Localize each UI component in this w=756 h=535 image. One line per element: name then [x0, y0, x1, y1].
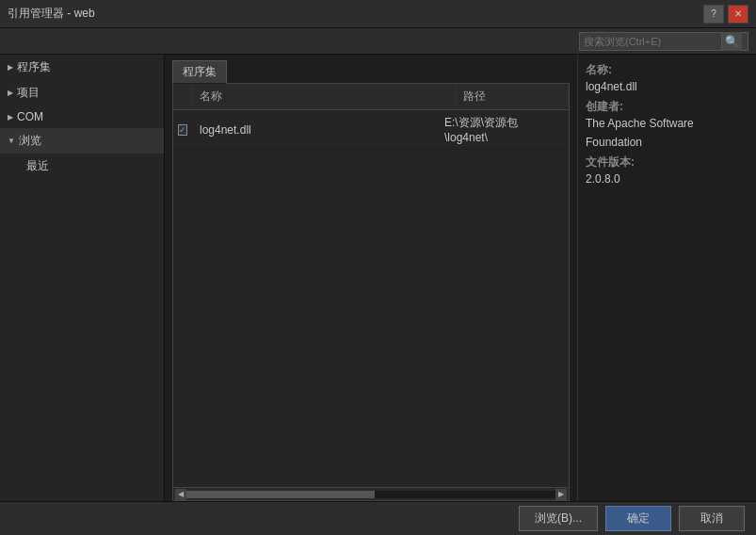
creator-line2: Foundation: [586, 136, 748, 149]
row-checkbox-cell: ✓: [173, 122, 192, 138]
sidebar-item-recent[interactable]: 最近: [0, 154, 164, 179]
scroll-thumb: [186, 491, 375, 498]
arrow-icon: ▶: [8, 113, 13, 122]
tab-assemblies[interactable]: 程序集: [172, 60, 227, 84]
table-header: 名称 路径: [173, 84, 569, 110]
search-wrapper: 🔍: [579, 32, 748, 51]
scroll-right-btn[interactable]: ▶: [555, 489, 567, 500]
scroll-left-btn[interactable]: ◀: [175, 489, 186, 500]
col-header-name: 名称: [192, 87, 456, 106]
table-row[interactable]: ✓ log4net.dll E:\资源\资源包\log4net\: [173, 110, 569, 150]
bottom-bar: 浏览(B)... 确定 取消: [0, 501, 756, 535]
sidebar-item-label: 最近: [26, 158, 49, 174]
browse-button[interactable]: 浏览(B)...: [519, 506, 598, 531]
info-panel: 名称: log4net.dll 创建者: The Apache Software…: [577, 55, 756, 501]
name-label: 名称:: [586, 62, 748, 78]
search-input[interactable]: [580, 36, 721, 47]
arrow-icon: ▼: [8, 137, 15, 145]
creator-label: 创建者:: [586, 99, 748, 115]
sidebar-item-label: 浏览: [19, 133, 41, 149]
sidebar-item-browse[interactable]: ▼ 浏览: [0, 128, 164, 154]
sidebar-item-project[interactable]: ▶ 项目: [0, 80, 164, 105]
row-checkbox[interactable]: ✓: [178, 124, 187, 136]
help-button[interactable]: ?: [703, 5, 724, 24]
file-table: 名称 路径 ✓ log4net.dll E:\资源\资源包\log4net\: [172, 83, 570, 488]
row-path: E:\资源\资源包\log4net\: [437, 113, 569, 146]
arrow-icon: ▶: [8, 63, 13, 72]
creator-line1: The Apache Software: [586, 117, 748, 130]
main-layout: ▶ 程序集 ▶ 项目 ▶ COM ▼ 浏览 最近 程序集 名称 路: [0, 55, 756, 501]
col-header-path: 路径: [456, 87, 569, 106]
scroll-track[interactable]: [186, 491, 555, 498]
name-value: log4net.dll: [586, 80, 748, 93]
horizontal-scrollbar[interactable]: ◀ ▶: [172, 488, 570, 501]
col-check: [173, 87, 192, 106]
top-search-bar: 🔍: [0, 28, 756, 55]
close-button[interactable]: ✕: [728, 5, 748, 24]
sidebar: ▶ 程序集 ▶ 项目 ▶ COM ▼ 浏览 最近: [0, 55, 165, 501]
sidebar-item-label: COM: [17, 110, 43, 123]
arrow-icon: ▶: [8, 89, 13, 97]
sidebar-item-com[interactable]: ▶ COM: [0, 105, 164, 128]
version-value: 2.0.8.0: [586, 172, 748, 186]
title-bar: 引用管理器 - web ? ✕: [0, 0, 756, 28]
cancel-button[interactable]: 取消: [679, 506, 745, 531]
sidebar-item-label: 程序集: [17, 59, 51, 75]
tab-row: 程序集: [165, 55, 577, 83]
content-area: 程序集 名称 路径 ✓ log4net.dll E:\资源\资源包\log4ne…: [165, 55, 577, 501]
window-title: 引用管理器 - web: [8, 6, 95, 22]
row-name: log4net.dll: [192, 122, 437, 138]
sidebar-item-label: 项目: [17, 85, 40, 101]
search-button[interactable]: 🔍: [721, 32, 742, 51]
confirm-button[interactable]: 确定: [605, 506, 671, 531]
title-bar-buttons: ? ✕: [703, 5, 748, 24]
sidebar-item-assemblies[interactable]: ▶ 程序集: [0, 55, 164, 80]
version-label: 文件版本:: [586, 154, 748, 170]
